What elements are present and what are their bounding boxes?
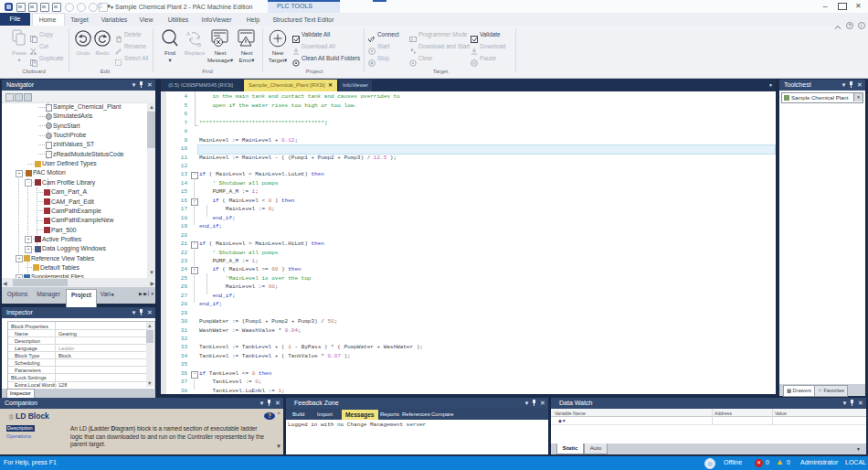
svg-text:i: i <box>861 23 862 28</box>
svg-text:B: B <box>197 42 201 48</box>
svg-text:A: A <box>186 31 190 37</box>
svg-text:?: ? <box>849 23 852 28</box>
